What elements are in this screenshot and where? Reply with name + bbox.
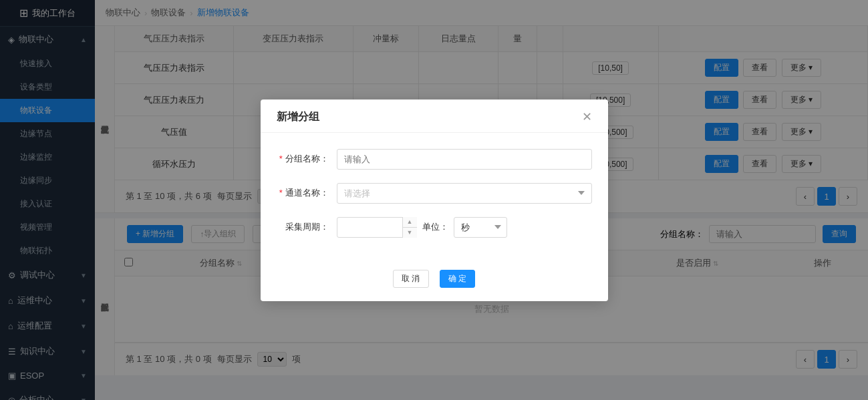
period-label: 采集周期： [277,221,337,233]
modal-body: 分组名称： 通道名称： 采集周期： ▲ ▼ [261,133,608,262]
modal-overlay: 新增分组 ✕ 分组名称： 通道名称： 采集周期： [0,0,868,400]
modal-footer: 取 消 确 定 [261,262,608,301]
group-name-input[interactable] [337,149,592,170]
cancel-btn[interactable]: 取 消 [393,270,428,288]
group-name-label: 分组名称： [277,153,337,165]
period-input-wrap: ▲ ▼ [337,217,417,238]
period-input-area: ▲ ▼ 单位： 秒 分钟 小时 [337,217,592,238]
modal-title: 新增分组 [277,110,319,124]
period-spinners: ▲ ▼ [402,217,417,238]
modal-header: 新增分组 ✕ [261,99,608,133]
channel-label: 通道名称： [277,187,337,199]
form-row-period: 采集周期： ▲ ▼ 单位： 秒 分钟 小时 [277,217,592,238]
period-down-btn[interactable]: ▼ [403,228,417,238]
modal-close-btn[interactable]: ✕ [582,111,592,123]
unit-label: 单位： [422,221,448,233]
form-row-group-name: 分组名称： [277,149,592,170]
period-up-btn[interactable]: ▲ [403,217,417,228]
modal-add-group: 新增分组 ✕ 分组名称： 通道名称： 采集周期： [261,99,608,301]
unit-select[interactable]: 秒 分钟 小时 [454,217,507,238]
form-row-channel: 通道名称： [277,183,592,204]
confirm-btn[interactable]: 确 定 [440,270,475,288]
channel-select[interactable] [337,183,592,204]
